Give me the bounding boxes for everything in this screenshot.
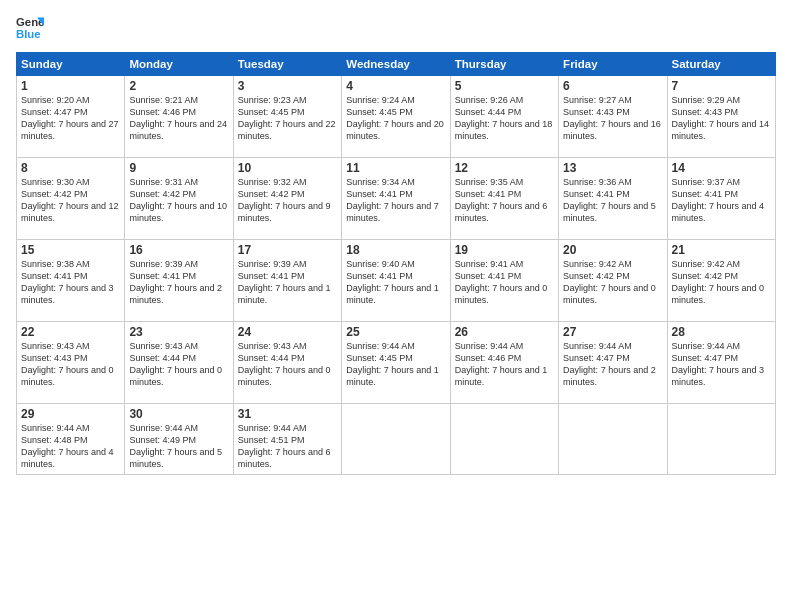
cell-info: Sunrise: 9:30 AMSunset: 4:42 PMDaylight:… xyxy=(21,177,119,223)
calendar-cell: 2Sunrise: 9:21 AMSunset: 4:46 PMDaylight… xyxy=(125,76,233,158)
day-number: 20 xyxy=(563,243,662,257)
calendar-cell: 11Sunrise: 9:34 AMSunset: 4:41 PMDayligh… xyxy=(342,158,450,240)
cell-info: Sunrise: 9:23 AMSunset: 4:45 PMDaylight:… xyxy=(238,95,336,141)
cell-info: Sunrise: 9:43 AMSunset: 4:43 PMDaylight:… xyxy=(21,341,114,387)
cell-info: Sunrise: 9:43 AMSunset: 4:44 PMDaylight:… xyxy=(238,341,331,387)
cell-info: Sunrise: 9:37 AMSunset: 4:41 PMDaylight:… xyxy=(672,177,765,223)
cell-info: Sunrise: 9:40 AMSunset: 4:41 PMDaylight:… xyxy=(346,259,439,305)
cell-info: Sunrise: 9:21 AMSunset: 4:46 PMDaylight:… xyxy=(129,95,227,141)
day-number: 25 xyxy=(346,325,445,339)
calendar-cell: 26Sunrise: 9:44 AMSunset: 4:46 PMDayligh… xyxy=(450,322,558,404)
calendar-cell xyxy=(342,404,450,475)
calendar-cell xyxy=(450,404,558,475)
calendar-week-row: 29Sunrise: 9:44 AMSunset: 4:48 PMDayligh… xyxy=(17,404,776,475)
cell-info: Sunrise: 9:26 AMSunset: 4:44 PMDaylight:… xyxy=(455,95,553,141)
calendar-cell: 25Sunrise: 9:44 AMSunset: 4:45 PMDayligh… xyxy=(342,322,450,404)
day-number: 12 xyxy=(455,161,554,175)
calendar-cell: 20Sunrise: 9:42 AMSunset: 4:42 PMDayligh… xyxy=(559,240,667,322)
calendar-week-row: 22Sunrise: 9:43 AMSunset: 4:43 PMDayligh… xyxy=(17,322,776,404)
day-number: 5 xyxy=(455,79,554,93)
header: General Blue xyxy=(16,14,776,42)
cell-info: Sunrise: 9:27 AMSunset: 4:43 PMDaylight:… xyxy=(563,95,661,141)
calendar-cell: 10Sunrise: 9:32 AMSunset: 4:42 PMDayligh… xyxy=(233,158,341,240)
day-number: 21 xyxy=(672,243,771,257)
cell-info: Sunrise: 9:39 AMSunset: 4:41 PMDaylight:… xyxy=(238,259,331,305)
calendar-cell: 18Sunrise: 9:40 AMSunset: 4:41 PMDayligh… xyxy=(342,240,450,322)
day-number: 23 xyxy=(129,325,228,339)
calendar-cell: 29Sunrise: 9:44 AMSunset: 4:48 PMDayligh… xyxy=(17,404,125,475)
day-number: 22 xyxy=(21,325,120,339)
cell-info: Sunrise: 9:34 AMSunset: 4:41 PMDaylight:… xyxy=(346,177,439,223)
day-number: 1 xyxy=(21,79,120,93)
weekday-header: Thursday xyxy=(450,53,558,76)
calendar-cell: 16Sunrise: 9:39 AMSunset: 4:41 PMDayligh… xyxy=(125,240,233,322)
weekday-header: Friday xyxy=(559,53,667,76)
cell-info: Sunrise: 9:43 AMSunset: 4:44 PMDaylight:… xyxy=(129,341,222,387)
calendar-cell: 31Sunrise: 9:44 AMSunset: 4:51 PMDayligh… xyxy=(233,404,341,475)
day-number: 17 xyxy=(238,243,337,257)
weekday-header: Tuesday xyxy=(233,53,341,76)
cell-info: Sunrise: 9:42 AMSunset: 4:42 PMDaylight:… xyxy=(672,259,765,305)
cell-info: Sunrise: 9:44 AMSunset: 4:46 PMDaylight:… xyxy=(455,341,548,387)
calendar-week-row: 8Sunrise: 9:30 AMSunset: 4:42 PMDaylight… xyxy=(17,158,776,240)
calendar-cell: 15Sunrise: 9:38 AMSunset: 4:41 PMDayligh… xyxy=(17,240,125,322)
weekday-header: Sunday xyxy=(17,53,125,76)
svg-text:Blue: Blue xyxy=(16,28,41,40)
day-number: 28 xyxy=(672,325,771,339)
calendar-cell: 13Sunrise: 9:36 AMSunset: 4:41 PMDayligh… xyxy=(559,158,667,240)
day-number: 9 xyxy=(129,161,228,175)
weekday-header: Wednesday xyxy=(342,53,450,76)
calendar-cell: 1Sunrise: 9:20 AMSunset: 4:47 PMDaylight… xyxy=(17,76,125,158)
day-number: 4 xyxy=(346,79,445,93)
cell-info: Sunrise: 9:38 AMSunset: 4:41 PMDaylight:… xyxy=(21,259,114,305)
day-number: 6 xyxy=(563,79,662,93)
day-number: 27 xyxy=(563,325,662,339)
cell-info: Sunrise: 9:20 AMSunset: 4:47 PMDaylight:… xyxy=(21,95,119,141)
day-number: 19 xyxy=(455,243,554,257)
cell-info: Sunrise: 9:42 AMSunset: 4:42 PMDaylight:… xyxy=(563,259,656,305)
cell-info: Sunrise: 9:44 AMSunset: 4:45 PMDaylight:… xyxy=(346,341,439,387)
day-number: 14 xyxy=(672,161,771,175)
day-number: 18 xyxy=(346,243,445,257)
cell-info: Sunrise: 9:44 AMSunset: 4:51 PMDaylight:… xyxy=(238,423,331,469)
calendar-table: SundayMondayTuesdayWednesdayThursdayFrid… xyxy=(16,52,776,475)
calendar-cell xyxy=(559,404,667,475)
day-number: 8 xyxy=(21,161,120,175)
day-number: 30 xyxy=(129,407,228,421)
cell-info: Sunrise: 9:36 AMSunset: 4:41 PMDaylight:… xyxy=(563,177,656,223)
cell-info: Sunrise: 9:39 AMSunset: 4:41 PMDaylight:… xyxy=(129,259,222,305)
day-number: 2 xyxy=(129,79,228,93)
cell-info: Sunrise: 9:41 AMSunset: 4:41 PMDaylight:… xyxy=(455,259,548,305)
calendar-cell: 23Sunrise: 9:43 AMSunset: 4:44 PMDayligh… xyxy=(125,322,233,404)
cell-info: Sunrise: 9:44 AMSunset: 4:47 PMDaylight:… xyxy=(563,341,656,387)
calendar-cell: 5Sunrise: 9:26 AMSunset: 4:44 PMDaylight… xyxy=(450,76,558,158)
calendar-header-row: SundayMondayTuesdayWednesdayThursdayFrid… xyxy=(17,53,776,76)
calendar-cell: 22Sunrise: 9:43 AMSunset: 4:43 PMDayligh… xyxy=(17,322,125,404)
calendar-cell: 24Sunrise: 9:43 AMSunset: 4:44 PMDayligh… xyxy=(233,322,341,404)
calendar-cell: 27Sunrise: 9:44 AMSunset: 4:47 PMDayligh… xyxy=(559,322,667,404)
calendar-cell: 4Sunrise: 9:24 AMSunset: 4:45 PMDaylight… xyxy=(342,76,450,158)
calendar-cell: 17Sunrise: 9:39 AMSunset: 4:41 PMDayligh… xyxy=(233,240,341,322)
calendar-week-row: 1Sunrise: 9:20 AMSunset: 4:47 PMDaylight… xyxy=(17,76,776,158)
day-number: 11 xyxy=(346,161,445,175)
day-number: 3 xyxy=(238,79,337,93)
day-number: 10 xyxy=(238,161,337,175)
day-number: 16 xyxy=(129,243,228,257)
day-number: 15 xyxy=(21,243,120,257)
calendar-cell: 12Sunrise: 9:35 AMSunset: 4:41 PMDayligh… xyxy=(450,158,558,240)
day-number: 31 xyxy=(238,407,337,421)
calendar-cell: 30Sunrise: 9:44 AMSunset: 4:49 PMDayligh… xyxy=(125,404,233,475)
calendar-cell: 8Sunrise: 9:30 AMSunset: 4:42 PMDaylight… xyxy=(17,158,125,240)
calendar-cell: 28Sunrise: 9:44 AMSunset: 4:47 PMDayligh… xyxy=(667,322,775,404)
calendar-cell: 19Sunrise: 9:41 AMSunset: 4:41 PMDayligh… xyxy=(450,240,558,322)
calendar-cell xyxy=(667,404,775,475)
day-number: 7 xyxy=(672,79,771,93)
cell-info: Sunrise: 9:31 AMSunset: 4:42 PMDaylight:… xyxy=(129,177,227,223)
cell-info: Sunrise: 9:29 AMSunset: 4:43 PMDaylight:… xyxy=(672,95,770,141)
cell-info: Sunrise: 9:44 AMSunset: 4:48 PMDaylight:… xyxy=(21,423,114,469)
day-number: 26 xyxy=(455,325,554,339)
calendar-cell: 9Sunrise: 9:31 AMSunset: 4:42 PMDaylight… xyxy=(125,158,233,240)
cell-info: Sunrise: 9:32 AMSunset: 4:42 PMDaylight:… xyxy=(238,177,331,223)
calendar-cell: 21Sunrise: 9:42 AMSunset: 4:42 PMDayligh… xyxy=(667,240,775,322)
cell-info: Sunrise: 9:24 AMSunset: 4:45 PMDaylight:… xyxy=(346,95,444,141)
